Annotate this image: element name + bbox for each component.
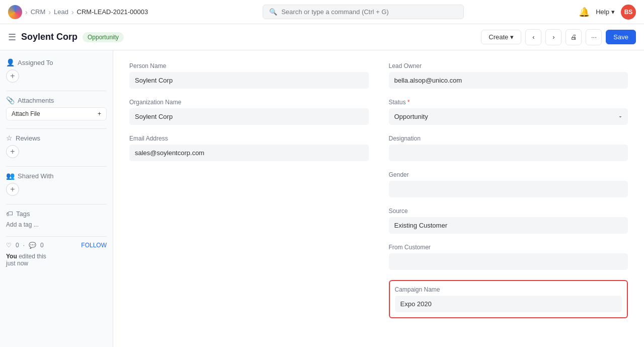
designation-field: Designation <box>389 135 628 161</box>
shared-with-section: 👥 Shared With + <box>6 172 107 196</box>
email-label: Email Address <box>129 135 369 142</box>
assigned-to-header: 👤 Assigned To <box>6 58 107 66</box>
attachments-header: 📎 Attachments <box>6 96 107 104</box>
edited-by: You <box>6 253 17 260</box>
tag-icon: 🏷 <box>6 210 13 218</box>
designation-label: Designation <box>389 135 628 142</box>
notifications-button[interactable]: 🔔 <box>579 7 590 18</box>
lead-owner-field: Lead Owner <box>389 62 628 89</box>
from-customer-field: From Customer <box>389 244 628 270</box>
next-button[interactable]: › <box>545 29 561 45</box>
org-name-field: Organization Name <box>129 99 369 125</box>
status-badge: Opportunity <box>83 32 124 42</box>
avatar[interactable]: BS <box>621 5 636 20</box>
sub-header-left: ☰ Soylent Corp Opportunity <box>8 32 124 43</box>
person-name-label: Person Name <box>129 62 369 70</box>
person-icon: 👤 <box>6 58 15 66</box>
source-input[interactable] <box>389 217 628 234</box>
reviews-label: Reviews <box>16 134 40 142</box>
breadcrumb-lead[interactable]: Lead <box>54 8 68 16</box>
assigned-to-label: Assigned To <box>18 59 53 66</box>
form-section: Person Name Lead Owner Organization Name… <box>113 50 644 330</box>
source-field: Source <box>389 207 628 234</box>
main-content: Person Name Lead Owner Organization Name… <box>113 50 644 347</box>
page-title: Soylent Corp <box>21 32 77 42</box>
form-grid: Person Name Lead Owner Organization Name… <box>129 62 628 318</box>
prev-button[interactable]: ‹ <box>525 29 541 45</box>
breadcrumb-record[interactable]: CRM-LEAD-2021-00003 <box>77 8 148 16</box>
designation-input[interactable] <box>389 145 628 161</box>
add-shared-with-button[interactable]: + <box>6 183 19 196</box>
breadcrumb-sep-2: › <box>48 8 51 16</box>
comment-icon[interactable]: 💬 <box>29 242 36 249</box>
attach-file-plus-icon: + <box>98 110 101 117</box>
gender-input[interactable] <box>389 181 628 197</box>
more-options-button[interactable]: ··· <box>586 29 602 45</box>
tags-header: 🏷 Tags <box>6 210 107 218</box>
chevron-down-icon: ▾ <box>611 8 615 16</box>
attach-file-button[interactable]: Attach File + <box>6 107 107 120</box>
lead-owner-label: Lead Owner <box>389 62 628 70</box>
tags-label: Tags <box>16 210 30 218</box>
share-icon: 👥 <box>6 172 15 180</box>
attachments-label: Attachments <box>18 97 54 104</box>
add-assigned-to-button[interactable]: + <box>6 70 19 83</box>
gender-label: Gender <box>389 171 628 178</box>
reviews-section: ☆ Reviews + <box>6 134 107 158</box>
breadcrumb-sep-1: › <box>25 8 28 16</box>
lead-owner-input[interactable] <box>389 72 628 89</box>
top-nav-right: 🔔 Help ▾ BS <box>579 5 636 20</box>
from-customer-input[interactable] <box>389 253 628 270</box>
help-label: Help <box>596 8 609 16</box>
campaign-left-spacer <box>129 280 369 318</box>
divider-1 <box>6 91 107 91</box>
edited-time: just now <box>6 260 28 267</box>
add-tag-placeholder[interactable]: Add a tag ... <box>6 221 39 228</box>
create-button[interactable]: Create ▾ <box>481 30 521 44</box>
edited-info: You edited this just now <box>6 253 107 267</box>
sub-header-right: Create ▾ ‹ › 🖨 ··· Save <box>481 29 636 45</box>
person-name-input[interactable] <box>129 72 369 89</box>
activity-row: ♡ 0 · 💬 0 FOLLOW <box>6 242 107 249</box>
sidebar: 👤 Assigned To + 📎 Attachments Attach Fil… <box>0 50 113 347</box>
breadcrumb: › CRM › Lead › CRM-LEAD-2021-00003 <box>8 5 148 19</box>
status-select[interactable]: Opportunity Lead Open <box>389 108 628 125</box>
sub-header: ☰ Soylent Corp Opportunity Create ▾ ‹ › … <box>0 24 644 50</box>
app-logo-icon[interactable] <box>8 5 22 19</box>
status-label: Status <box>389 99 628 106</box>
help-button[interactable]: Help ▾ <box>596 8 615 16</box>
tags-section: 🏷 Tags Add a tag ... <box>6 210 107 228</box>
person-name-field: Person Name <box>129 62 369 89</box>
add-review-button[interactable]: + <box>6 145 19 158</box>
chevron-down-icon: ▾ <box>510 33 514 41</box>
divider-3 <box>6 166 107 167</box>
breadcrumb-crm[interactable]: CRM <box>31 8 46 16</box>
menu-icon[interactable]: ☰ <box>8 32 16 43</box>
divider-2 <box>6 128 107 129</box>
org-name-input[interactable] <box>129 108 369 125</box>
top-nav: › CRM › Lead › CRM-LEAD-2021-00003 🔍 🔔 H… <box>0 0 644 24</box>
follow-button[interactable]: FOLLOW <box>81 242 107 249</box>
attachments-section: 📎 Attachments Attach File + <box>6 96 107 120</box>
source-label: Source <box>389 207 628 215</box>
source-left-spacer <box>129 207 369 234</box>
from-customer-label: From Customer <box>389 244 628 251</box>
heart-icon[interactable]: ♡ <box>6 242 12 249</box>
campaign-name-input[interactable] <box>395 296 622 312</box>
divider-5 <box>6 236 107 237</box>
email-field: Email Address <box>129 135 369 161</box>
org-name-label: Organization Name <box>129 99 369 106</box>
edited-text: edited this <box>19 253 46 260</box>
reviews-header: ☆ Reviews <box>6 134 107 142</box>
search-icon: 🔍 <box>269 8 277 16</box>
search-bar[interactable]: 🔍 <box>263 5 464 19</box>
paperclip-icon: 📎 <box>6 96 15 104</box>
breadcrumb-sep-3: › <box>71 8 74 16</box>
from-customer-left-spacer <box>129 244 369 270</box>
email-input[interactable] <box>129 145 369 161</box>
divider-4 <box>6 204 107 204</box>
print-button[interactable]: 🖨 <box>566 29 582 45</box>
search-input[interactable] <box>281 8 457 16</box>
save-button[interactable]: Save <box>606 30 636 44</box>
shared-with-header: 👥 Shared With <box>6 172 107 180</box>
